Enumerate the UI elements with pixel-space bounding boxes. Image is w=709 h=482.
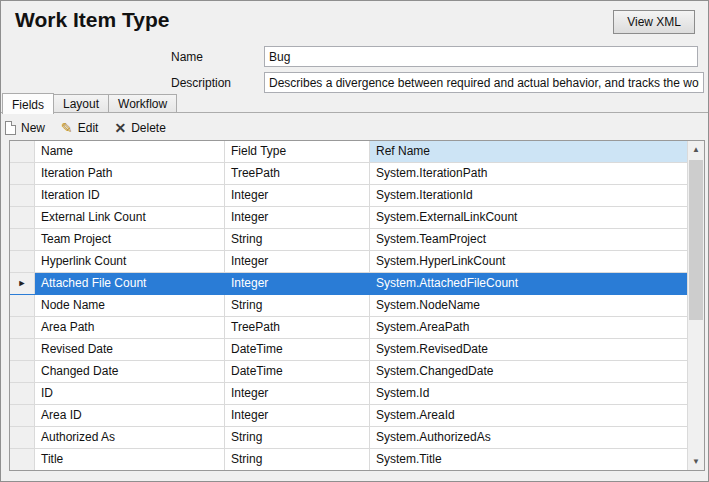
- tab-layout[interactable]: Layout: [54, 94, 109, 113]
- cell-field-type: Integer: [225, 185, 370, 206]
- cell-name: Iteration Path: [35, 163, 225, 184]
- row-marker-icon: [10, 207, 35, 228]
- cell-name: Team Project: [35, 229, 225, 250]
- fields-grid: Name Field Type Ref Name Iteration Path …: [9, 140, 705, 471]
- table-row[interactable]: External Link Count Integer System.Exter…: [10, 207, 687, 229]
- cell-ref-name: System.ChangedDate: [370, 361, 687, 382]
- row-marker-icon: [10, 229, 35, 250]
- row-marker-icon: [10, 317, 35, 338]
- cell-field-type: Integer: [225, 383, 370, 404]
- cell-field-type: String: [225, 449, 370, 470]
- grid-toolbar: New ✎ Edit ✕ Delete: [5, 116, 166, 140]
- cell-field-type: String: [225, 427, 370, 448]
- tab-fields[interactable]: Fields: [2, 93, 54, 114]
- cell-name: Changed Date: [35, 361, 225, 382]
- pencil-icon: ✎: [61, 121, 73, 135]
- cell-name: Node Name: [35, 295, 225, 316]
- cell-field-type: TreePath: [225, 163, 370, 184]
- table-row[interactable]: Node Name String System.NodeName: [10, 295, 687, 317]
- table-row[interactable]: Iteration ID Integer System.IterationId: [10, 185, 687, 207]
- cell-ref-name: System.Id: [370, 383, 687, 404]
- grid-body: Iteration Path TreePath System.Iteration…: [10, 163, 687, 471]
- cell-name: Authorized As: [35, 427, 225, 448]
- description-input[interactable]: [264, 72, 704, 93]
- row-marker-icon: [10, 449, 35, 470]
- row-marker-icon: ►: [10, 273, 35, 294]
- table-row[interactable]: Area ID Integer System.AreaId: [10, 405, 687, 427]
- cell-name: External Link Count: [35, 207, 225, 228]
- table-row[interactable]: ID Integer System.Id: [10, 383, 687, 405]
- edit-button[interactable]: ✎ Edit: [61, 121, 98, 135]
- grid-inner: Name Field Type Ref Name Iteration Path …: [10, 141, 687, 470]
- scroll-down-icon[interactable]: ▼: [688, 453, 704, 470]
- page-title: Work Item Type: [15, 8, 169, 32]
- cell-field-type: String: [225, 229, 370, 250]
- view-xml-button[interactable]: View XML: [613, 10, 695, 34]
- table-row[interactable]: Hyperlink Count Integer System.HyperLink…: [10, 251, 687, 273]
- grid-header-marker-cell: [10, 141, 35, 162]
- scrollbar-thumb[interactable]: [689, 160, 703, 320]
- table-row[interactable]: Iteration Path TreePath System.Iteration…: [10, 163, 687, 185]
- cell-ref-name: System.TeamProject: [370, 229, 687, 250]
- table-row[interactable]: Authorized As String System.AuthorizedAs: [10, 427, 687, 449]
- cell-ref-name: System.IterationId: [370, 185, 687, 206]
- new-button[interactable]: New: [5, 121, 45, 135]
- table-row[interactable]: Title String System.Title: [10, 449, 687, 471]
- tabstrip: Fields Layout Workflow: [2, 93, 177, 113]
- cell-ref-name: System.ExternalLinkCount: [370, 207, 687, 228]
- cell-ref-name: System.AuthorizedAs: [370, 427, 687, 448]
- cell-field-type: Integer: [225, 273, 370, 294]
- cell-ref-name: System.Title: [370, 449, 687, 470]
- row-marker-icon: [10, 295, 35, 316]
- row-marker-icon: [10, 361, 35, 382]
- column-header-name[interactable]: Name: [35, 141, 225, 162]
- row-marker-icon: [10, 383, 35, 404]
- table-row[interactable]: Team Project String System.TeamProject: [10, 229, 687, 251]
- cell-field-type: Integer: [225, 207, 370, 228]
- delete-button-label: Delete: [131, 121, 166, 135]
- vertical-scrollbar[interactable]: ▲ ▼: [687, 141, 704, 470]
- row-marker-icon: [10, 339, 35, 360]
- cell-field-type: String: [225, 295, 370, 316]
- cell-name: ID: [35, 383, 225, 404]
- cell-field-type: Integer: [225, 251, 370, 272]
- column-header-field-type[interactable]: Field Type: [225, 141, 370, 162]
- cell-name: Revised Date: [35, 339, 225, 360]
- cell-field-type: DateTime: [225, 339, 370, 360]
- name-label: Name: [171, 50, 203, 64]
- cell-ref-name: System.AreaId: [370, 405, 687, 426]
- delete-button[interactable]: ✕ Delete: [114, 121, 165, 135]
- edit-button-label: Edit: [78, 121, 99, 135]
- cell-name: Iteration ID: [35, 185, 225, 206]
- delete-x-icon: ✕: [114, 121, 126, 135]
- row-marker-icon: [10, 251, 35, 272]
- row-marker-icon: [10, 163, 35, 184]
- table-row[interactable]: Changed Date DateTime System.ChangedDate: [10, 361, 687, 383]
- cell-name: Attached File Count: [35, 273, 225, 294]
- new-button-label: New: [21, 121, 45, 135]
- cell-name: Area Path: [35, 317, 225, 338]
- name-input[interactable]: [264, 46, 698, 67]
- cell-name: Area ID: [35, 405, 225, 426]
- cell-ref-name: System.NodeName: [370, 295, 687, 316]
- grid-header-row: Name Field Type Ref Name: [10, 141, 687, 163]
- row-marker-icon: [10, 405, 35, 426]
- cell-ref-name: System.AreaPath: [370, 317, 687, 338]
- column-header-ref-name[interactable]: Ref Name: [370, 141, 687, 162]
- row-marker-icon: [10, 185, 35, 206]
- cell-field-type: TreePath: [225, 317, 370, 338]
- row-marker-icon: [10, 427, 35, 448]
- new-document-icon: [5, 121, 16, 135]
- cell-name: Title: [35, 449, 225, 470]
- cell-ref-name: System.IterationPath: [370, 163, 687, 184]
- table-row[interactable]: Revised Date DateTime System.RevisedDate: [10, 339, 687, 361]
- table-row[interactable]: ► Attached File Count Integer System.Att…: [10, 273, 687, 295]
- cell-ref-name: System.HyperLinkCount: [370, 251, 687, 272]
- tab-workflow[interactable]: Workflow: [109, 94, 177, 113]
- cell-field-type: Integer: [225, 405, 370, 426]
- cell-ref-name: System.RevisedDate: [370, 339, 687, 360]
- work-item-type-window: Work Item Type View XML Name Description…: [0, 0, 709, 482]
- scroll-up-icon[interactable]: ▲: [688, 141, 704, 158]
- table-row[interactable]: Area Path TreePath System.AreaPath: [10, 317, 687, 339]
- cell-field-type: DateTime: [225, 361, 370, 382]
